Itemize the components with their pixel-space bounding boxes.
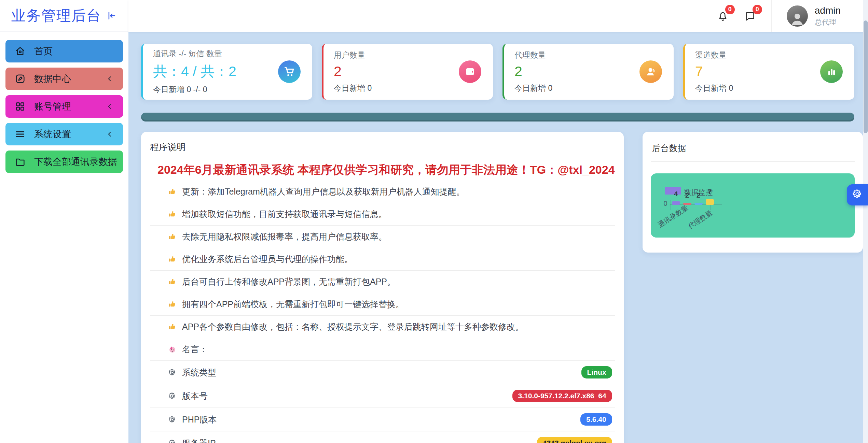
warning-text: 2024年6月最新通讯录系统 本程序仅供学习和研究，请勿用于非法用途！TG：@t… xyxy=(157,162,615,178)
notifications-button[interactable]: 0 xyxy=(717,10,729,22)
chart-bar-代理数量 xyxy=(694,203,703,205)
program-info-title: 程序说明 xyxy=(150,141,615,153)
chart-y-origin-label: 0 xyxy=(664,200,667,208)
system-info-label: 版本号 xyxy=(182,390,208,402)
system-info-row: 系统类型Linux xyxy=(150,361,615,384)
thumbs-up-icon xyxy=(168,210,177,219)
gear-icon xyxy=(168,439,177,443)
update-text: APP各个参数自由修改，包括：名称、授权提示文字、登录后跳转网址等十多种参数修改… xyxy=(182,321,524,332)
stat-value: 2 xyxy=(514,63,552,80)
chart-tick xyxy=(671,200,671,210)
thumbs-up-icon xyxy=(168,187,177,196)
chart-tick xyxy=(688,200,688,210)
stat-title: 渠道数量 xyxy=(695,50,733,60)
chevron-left-icon xyxy=(105,130,114,139)
chart-icon xyxy=(820,60,843,83)
sidebar: 业务管理后台 首页数据中心账号管理系统设置下载全部通讯录数据 xyxy=(0,0,128,443)
stat-value: 7 xyxy=(695,63,733,80)
update-text: 去除无用隐私权限减低报毒率，提高用户信息获取率。 xyxy=(182,231,387,242)
thumbs-up-icon xyxy=(168,300,177,309)
sidebar-item-0[interactable]: 首页 xyxy=(5,40,123,62)
update-row: 后台可自行上传和修改APP背景图，无需重新打包APP。 xyxy=(150,271,615,293)
chevron-left-icon xyxy=(105,74,114,83)
logo-area: 业务管理后台 xyxy=(0,0,128,32)
update-text: 优化业务系统后台管理员与代理的操作功能。 xyxy=(182,254,353,265)
page-content: 通讯录 -/- 短信 数量 共：4 / 共：2 今日新增 0 -/- 0 用户数… xyxy=(128,32,868,443)
system-info-list: 系统类型Linux版本号3.10.0-957.12.2.el7.x86_64PH… xyxy=(150,361,615,443)
update-row: 优化业务系统后台管理员与代理的操作功能。 xyxy=(150,248,615,271)
user-role: 总代理 xyxy=(815,17,841,27)
thumbs-up-icon xyxy=(168,255,177,264)
top-header: 0 0 admin 总代理 xyxy=(128,0,868,32)
stat-title: 用户数量 xyxy=(334,50,372,60)
update-list: 更新：添加Telegram机器人查询用户信息以及获取新用户机器人通知提醒。增加获… xyxy=(150,181,615,361)
stat-info: 用户数量 2 今日新增 0 xyxy=(334,50,372,94)
stat-value: 共：4 / 共：2 xyxy=(153,62,236,81)
chart-bar-渠道数量 xyxy=(706,199,714,205)
gear-icon xyxy=(851,188,864,202)
system-info-badge: Linux xyxy=(581,366,612,378)
system-info-row: 服务器IP4343.golgol.eu.org xyxy=(150,431,615,443)
bell-icon xyxy=(717,17,729,23)
grid-icon xyxy=(14,101,26,112)
system-info-label: PHP版本 xyxy=(182,414,217,425)
update-row: 更新：添加Telegram机器人查询用户信息以及获取新用户机器人通知提醒。 xyxy=(150,181,615,203)
chart-bar-通讯录数量 xyxy=(672,201,680,205)
menu-icon xyxy=(14,128,26,140)
chart-bar-value: 2 xyxy=(683,191,692,199)
scrollbar-track[interactable] xyxy=(863,0,868,443)
scrollbar-thumb[interactable] xyxy=(864,20,868,133)
sidebar-item-label: 下载全部通讯录数据 xyxy=(34,156,117,168)
system-info-badge: 3.10.0-957.12.2.el7.x86_64 xyxy=(512,390,612,402)
update-text: 增加获取短信功能，目前支持获取通讯录与短信信息。 xyxy=(182,209,387,220)
mini-bar-chart: 数据监控 0 通讯录数量 代理数量 4227 xyxy=(651,173,855,238)
user-menu[interactable]: admin 总代理 xyxy=(787,5,841,27)
avatar xyxy=(787,5,808,27)
backend-data-title: 后台数据 xyxy=(651,141,855,162)
user-info: admin 总代理 xyxy=(815,5,841,27)
sidebar-item-label: 数据中心 xyxy=(34,73,71,85)
stat-info: 通讯录 -/- 短信 数量 共：4 / 共：2 今日新增 0 -/- 0 xyxy=(153,48,236,95)
stat-card-0: 通讯录 -/- 短信 数量 共：4 / 共：2 今日新增 0 -/- 0 xyxy=(141,44,312,100)
backend-data-card: 后台数据 数据监控 0 通讯录数量 代理数量 4227 xyxy=(643,132,863,253)
chart-x-label: 代理数量 xyxy=(686,208,714,231)
thumbs-up-icon xyxy=(168,322,177,331)
chat-icon xyxy=(744,17,756,23)
folder-icon xyxy=(14,156,26,168)
chart-x-label: 通讯录数量 xyxy=(656,203,690,230)
wallet-icon xyxy=(459,60,481,83)
stat-title: 代理数量 xyxy=(514,50,552,60)
sidebar-item-label: 首页 xyxy=(34,45,53,57)
chevron-left-icon xyxy=(105,102,114,111)
sidebar-item-2[interactable]: 账号管理 xyxy=(5,95,123,118)
gear-icon xyxy=(168,415,177,424)
update-row: 增加获取短信功能，目前支持获取通讯录与短信信息。 xyxy=(150,203,615,226)
update-row: APP各个参数自由修改，包括：名称、授权提示文字、登录后跳转网址等十多种参数修改… xyxy=(150,316,615,338)
stat-title: 通讯录 -/- 短信 数量 xyxy=(153,48,236,59)
thumbs-up-icon xyxy=(168,277,177,286)
notification-badge: 0 xyxy=(725,5,735,14)
sidebar-item-4[interactable]: 下载全部通讯录数据 xyxy=(5,151,123,173)
settings-fab[interactable] xyxy=(847,184,868,205)
gear-icon xyxy=(168,391,177,401)
messages-button[interactable]: 0 xyxy=(744,10,756,22)
stat-card-1: 用户数量 2 今日新增 0 xyxy=(322,44,493,100)
stat-subtext: 今日新增 0 xyxy=(514,83,552,94)
chart-bar-用户数量 xyxy=(683,203,691,205)
system-info-label: 系统类型 xyxy=(182,367,216,378)
system-info-row: PHP版本5.6.40 xyxy=(150,408,615,431)
sidebar-item-1[interactable]: 数据中心 xyxy=(5,68,123,90)
system-info-label: 服务器IP xyxy=(182,438,216,443)
chart-bar-value: 2 xyxy=(694,191,703,199)
stat-info: 代理数量 2 今日新增 0 xyxy=(514,50,552,94)
user-icon xyxy=(639,60,662,83)
update-row: 拥有四个APP前端模板，无需重新打包即可一键选择替换。 xyxy=(150,293,615,316)
party-icon xyxy=(168,345,177,354)
stat-card-3: 渠道数量 7 今日新增 0 xyxy=(683,44,854,100)
sidebar-item-label: 系统设置 xyxy=(34,128,71,140)
progress-bar xyxy=(141,113,854,122)
sidebar-item-3[interactable]: 系统设置 xyxy=(5,123,123,145)
gear-icon xyxy=(168,368,177,377)
system-info-badge: 4343.golgol.eu.org xyxy=(537,437,612,443)
sidebar-collapse-icon[interactable] xyxy=(106,10,117,22)
